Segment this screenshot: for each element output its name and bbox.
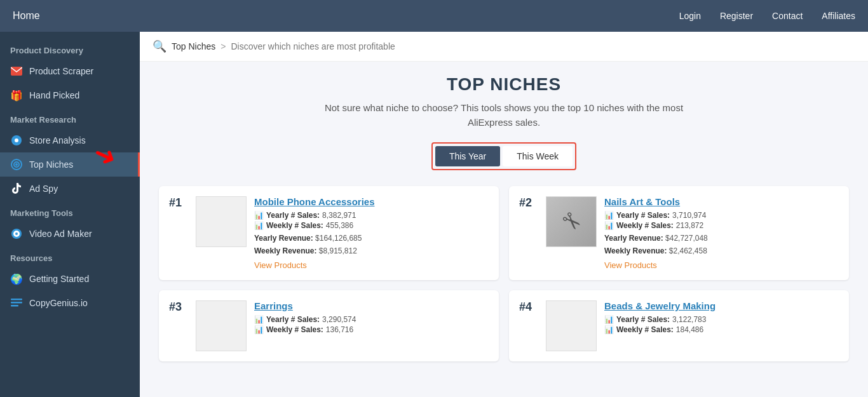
svg-rect-0 [11,67,22,76]
niche-image-3 [196,300,247,351]
sidebar-item-getting-started[interactable]: 🌍 Getting Started [0,267,140,291]
niche-image-4 [546,300,597,351]
svg-point-2 [15,138,18,142]
niche-card-4: #4 Beads & Jewelry Making 📊 Yearly # Sal… [509,290,849,361]
sidebar-item-ad-spy[interactable]: Ad Spy [0,177,140,201]
niche-card-1: #1 Mobile Phone Accessories 📊 Yearly # S… [159,186,499,280]
niche-title-4[interactable]: Beads & Jewelry Making [604,300,839,311]
main-layout: Product Discovery Product Scraper 🎁 Hand… [0,32,868,397]
sidebar: Product Discovery Product Scraper 🎁 Hand… [0,32,140,397]
sidebar-section-resources: Resources 🌍 Getting Started CopyGenius.i… [0,246,140,315]
yearly-revenue-2: Yearly Revenue: $42,727,048 [604,234,839,243]
niche-info-3: Earrings 📊 Yearly # Sales: 3,290,574 📊 W… [254,300,489,335]
svg-point-5 [15,163,18,166]
ad-spy-label: Ad Spy [29,184,58,194]
sidebar-item-product-scraper[interactable]: Product Scraper [0,59,140,83]
top-navigation: Home Login Register Contact Affiliates [0,0,868,32]
bar-chart-icon-4b: 📊 [604,325,614,334]
section-title-product-discovery: Product Discovery [0,38,140,59]
rank-2: #2 [519,196,538,210]
disc-icon [10,134,23,147]
video-ad-maker-label: Video Ad Maker [29,229,92,239]
gift-icon: 🎁 [10,89,23,102]
niche-image-1 [196,196,247,247]
register-link[interactable]: Register [720,11,753,21]
sidebar-section-product-discovery: Product Discovery Product Scraper 🎁 Hand… [0,38,140,107]
breadcrumb: 🔍 Top Niches > Discover which niches are… [140,32,868,62]
sidebar-section-marketing-tools: Marketing Tools Video Ad Maker [0,201,140,246]
page-body: TOP NICHES Not sure what niche to choose… [140,62,868,374]
bar-chart-icon-1b: 📊 [254,221,264,230]
this-week-button[interactable]: This Week [503,146,573,166]
nav-links: Login Register Contact Affiliates [679,11,855,21]
bar-chart-icon-2: 📊 [604,211,614,220]
toggle-container: This Year This Week [159,142,849,170]
svg-rect-10 [11,302,22,304]
rank-4: #4 [519,300,538,314]
weekly-sales-4: 📊 Weekly # Sales: 184,486 [604,325,839,334]
product-scraper-label: Product Scraper [29,66,93,76]
hand-picked-label: Hand Picked [29,90,79,100]
contact-link[interactable]: Contact [772,11,803,21]
sidebar-item-hand-picked[interactable]: 🎁 Hand Picked [0,83,140,107]
section-title-market-research: Market Research [0,107,140,128]
bar-chart-icon-3: 📊 [254,315,264,324]
yearly-sales-2: 📊 Yearly # Sales: 3,710,974 [604,211,839,220]
section-title-marketing-tools: Marketing Tools [0,201,140,222]
svg-rect-9 [11,299,22,300]
home-link[interactable]: Home [13,10,40,22]
envelope-icon [10,65,23,77]
niche-title-3[interactable]: Earrings [254,300,489,311]
sidebar-item-top-niches[interactable]: Top Niches [0,152,140,177]
sidebar-item-video-ad-maker[interactable]: Video Ad Maker [0,222,140,246]
niche-card-2: #2 Nails Art & Tools 📊 Yearly # Sales: 3… [509,186,849,280]
getting-started-label: Getting Started [29,274,89,284]
breadcrumb-description: Discover which niches are most profitabl… [231,41,395,51]
section-title-resources: Resources [0,246,140,267]
globe-icon: 🌍 [10,273,23,285]
niche-image-2 [546,196,597,247]
yearly-revenue-1: Yearly Revenue: $164,126,685 [254,234,489,243]
niche-card-3: #3 Earrings 📊 Yearly # Sales: 3,290,574 … [159,290,499,361]
sidebar-section-market-research: Market Research Store Analysis [0,107,140,177]
niche-info-4: Beads & Jewelry Making 📊 Yearly # Sales:… [604,300,839,335]
bar-chart-icon-1: 📊 [254,211,264,220]
view-products-2[interactable]: View Products [604,260,839,270]
sidebar-section-ad-spy: Ad Spy [0,177,140,201]
page-subheading: Not sure what niche to choose? This tool… [159,101,849,130]
copygenius-label: CopyGenius.io [29,298,88,308]
svg-point-8 [15,232,18,235]
weekly-sales-2: 📊 Weekly # Sales: 213,872 [604,221,839,230]
rank-3: #3 [169,300,188,314]
weekly-sales-3: 📊 Weekly # Sales: 136,716 [254,325,489,334]
page-heading: TOP NICHES [159,74,849,95]
niche-title-2[interactable]: Nails Art & Tools [604,196,839,207]
affiliates-link[interactable]: Affiliates [822,11,855,21]
yearly-sales-3: 📊 Yearly # Sales: 3,290,574 [254,315,489,324]
store-analysis-label: Store Analysis [29,135,86,145]
sidebar-item-copygenius[interactable]: CopyGenius.io [0,291,140,315]
weekly-revenue-2: Weekly Revenue: $2,462,458 [604,246,839,255]
niche-info-1: Mobile Phone Accessories 📊 Yearly # Sale… [254,196,489,270]
target-icon [10,158,23,171]
niche-info-2: Nails Art & Tools 📊 Yearly # Sales: 3,71… [604,196,839,270]
period-toggle: This Year This Week [431,142,576,170]
breadcrumb-separator: > [220,41,226,51]
niche-title-1[interactable]: Mobile Phone Accessories [254,196,489,207]
login-link[interactable]: Login [679,11,701,21]
niches-grid: #1 Mobile Phone Accessories 📊 Yearly # S… [159,186,849,361]
sidebar-item-store-analysis[interactable]: Store Analysis [0,128,140,152]
this-year-button[interactable]: This Year [435,146,500,166]
bar-chart-icon-4: 📊 [604,315,614,324]
svg-rect-11 [11,305,18,307]
weekly-revenue-1: Weekly Revenue: $8,915,812 [254,246,489,255]
bar-chart-icon-3b: 📊 [254,325,264,334]
view-products-1[interactable]: View Products [254,260,489,270]
weekly-sales-1: 📊 Weekly # Sales: 455,386 [254,221,489,230]
breadcrumb-title: Top Niches [172,41,215,51]
main-content: 🔍 Top Niches > Discover which niches are… [140,32,868,397]
bar-chart-icon-2b: 📊 [604,221,614,230]
tiktok-icon [10,182,23,195]
bars-icon [10,297,23,309]
video-icon [10,227,23,240]
